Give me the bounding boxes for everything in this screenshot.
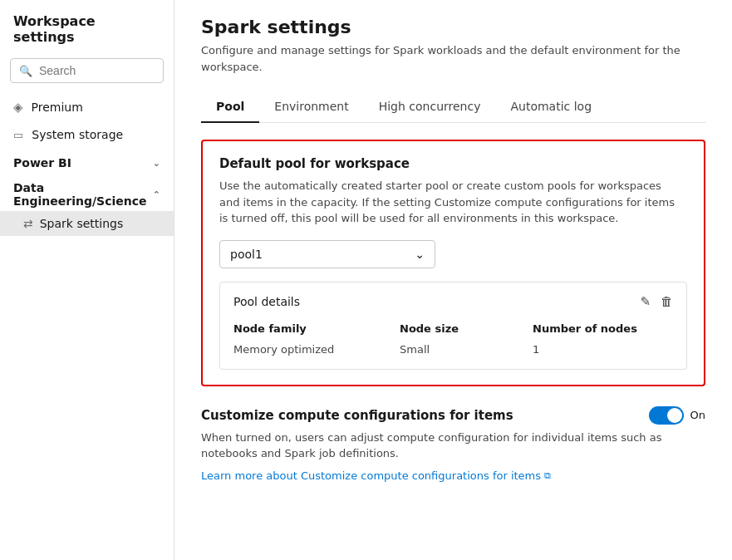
col-header-node-size: Node size xyxy=(400,319,533,338)
sidebar: Workspace settings 🔍 Premium System stor… xyxy=(0,0,174,560)
cell-node-size: Small xyxy=(400,341,533,357)
pool-section: Default pool for workspace Use the autom… xyxy=(201,140,705,386)
sidebar-section-data-engineering[interactable]: Data Engineering/Science ⌃ xyxy=(0,173,174,211)
page-title: Spark settings xyxy=(201,17,705,37)
pool-section-title: Default pool for workspace xyxy=(219,156,687,171)
delete-icon[interactable]: 🗑 xyxy=(661,294,673,309)
pool-details-actions: ✎ 🗑 xyxy=(640,294,673,309)
spark-icon xyxy=(23,217,33,230)
data-engineering-label: Data Engineering/Science xyxy=(13,181,153,208)
col-header-node-family: Node family xyxy=(233,319,400,338)
search-box[interactable]: 🔍 xyxy=(10,58,164,83)
sidebar-item-premium[interactable]: Premium xyxy=(0,93,174,121)
workspace-settings-title: Workspace settings xyxy=(0,13,174,58)
compute-title: Customize compute configurations for ite… xyxy=(201,408,513,423)
cell-node-family: Memory optimized xyxy=(233,341,400,357)
external-link-icon: ⧉ xyxy=(544,470,551,481)
cell-num-nodes: 1 xyxy=(533,341,666,357)
power-bi-label: Power BI xyxy=(13,156,71,169)
main-content: Spark settings Configure and manage sett… xyxy=(174,0,732,560)
pool-section-description: Use the automatically created starter po… xyxy=(219,178,685,227)
tabs-container: Pool Environment High concurrency Automa… xyxy=(201,91,705,123)
sidebar-item-system-storage[interactable]: System storage xyxy=(0,121,174,148)
search-input[interactable] xyxy=(39,64,155,77)
toggle-knob xyxy=(667,408,682,423)
search-icon: 🔍 xyxy=(19,65,32,77)
tab-high-concurrency[interactable]: High concurrency xyxy=(364,91,496,123)
sidebar-item-premium-label: Premium xyxy=(32,101,83,114)
edit-icon[interactable]: ✎ xyxy=(640,294,651,309)
page-description: Configure and manage settings for Spark … xyxy=(201,42,700,75)
chevron-down-icon: ⌄ xyxy=(153,158,160,169)
pool-table-header: Node family Node size Number of nodes xyxy=(233,319,673,338)
compute-header: Customize compute configurations for ite… xyxy=(201,406,705,425)
table-row: Memory optimized Small 1 xyxy=(233,341,673,357)
sidebar-section-power-bi[interactable]: Power BI ⌄ xyxy=(0,148,174,173)
toggle-area: On xyxy=(649,406,705,425)
tab-environment[interactable]: Environment xyxy=(259,91,363,123)
pool-details-box: Pool details ✎ 🗑 Node family Node size N… xyxy=(219,282,687,370)
toggle-label: On xyxy=(690,409,705,421)
diamond-icon xyxy=(13,100,23,115)
compute-description: When turned on, users can adjust compute… xyxy=(201,430,666,462)
pool-details-header: Pool details ✎ 🗑 xyxy=(233,294,673,309)
tab-automatic-log[interactable]: Automatic log xyxy=(495,91,607,123)
pool-details-title: Pool details xyxy=(233,295,300,308)
sidebar-item-system-storage-label: System storage xyxy=(32,128,123,141)
col-header-num-nodes: Number of nodes xyxy=(533,319,666,338)
learn-more-text: Learn more about Customize compute confi… xyxy=(201,469,541,482)
learn-more-link[interactable]: Learn more about Customize compute confi… xyxy=(201,469,551,482)
tab-pool[interactable]: Pool xyxy=(201,91,259,123)
storage-icon xyxy=(13,128,23,141)
spark-settings-label: Spark settings xyxy=(40,217,124,230)
compute-section: Customize compute configurations for ite… xyxy=(201,406,705,482)
chevron-up-icon: ⌃ xyxy=(153,189,160,200)
sidebar-item-spark-settings[interactable]: Spark settings xyxy=(0,211,174,236)
pool-table: Node family Node size Number of nodes Me… xyxy=(233,319,673,357)
pool-dropdown-value: pool1 xyxy=(230,248,263,261)
pool-dropdown[interactable]: pool1 ⌄ xyxy=(219,240,435,268)
chevron-down-icon: ⌄ xyxy=(415,248,425,261)
compute-toggle[interactable] xyxy=(649,406,684,425)
